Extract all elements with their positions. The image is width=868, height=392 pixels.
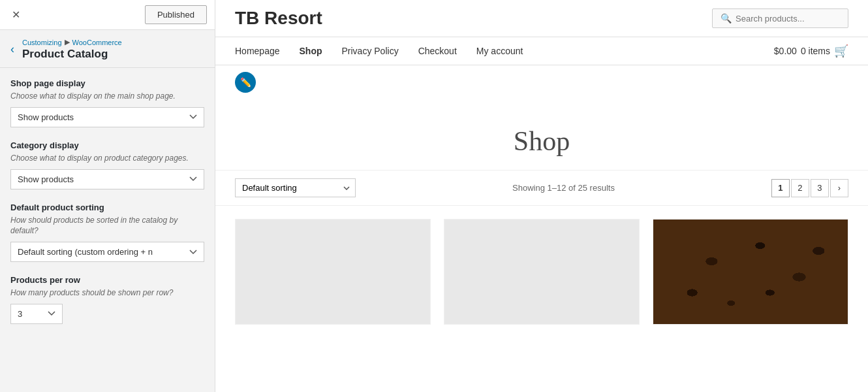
cart-icon: 🛒 <box>834 44 848 58</box>
nav-myaccount[interactable]: My account <box>476 46 523 56</box>
sorting-title: Default product sorting <box>10 203 204 212</box>
results-count: Showing 1–12 of 25 results <box>512 183 615 193</box>
page-3-button[interactable]: 3 <box>811 179 829 197</box>
breadcrumb-woocommerce[interactable]: WooCommerce <box>72 39 122 46</box>
breadcrumb-separator: ▶ <box>65 38 70 46</box>
nav-homepage[interactable]: Homepage <box>235 46 280 56</box>
pencil-edit-icon[interactable]: ✏️ <box>235 72 256 93</box>
search-input[interactable] <box>736 14 840 24</box>
shop-heading: Shop <box>235 125 848 157</box>
page-title: Product Catalog <box>22 48 122 61</box>
shop-display-desc: Choose what to display on the main shop … <box>10 91 204 102</box>
products-per-row-title: Products per row <box>10 275 204 285</box>
breadcrumb-customizing[interactable]: Customizing <box>22 39 62 46</box>
breadcrumb-text: Customizing ▶ WooCommerce Product Catalo… <box>22 38 122 61</box>
category-display-select[interactable]: Show products Show subcategories Show su… <box>10 169 204 189</box>
page-1-button[interactable]: 1 <box>771 179 790 197</box>
product-image-placeholder <box>444 220 639 324</box>
search-bar[interactable]: 🔍 <box>712 8 848 28</box>
products-per-row-desc: How many products should be shown per ro… <box>10 287 204 299</box>
products-grid <box>215 206 868 338</box>
panel-content: Shop page display Choose what to display… <box>0 68 215 392</box>
pagination-next-button[interactable]: › <box>830 179 848 197</box>
close-button[interactable]: ✕ <box>8 6 24 24</box>
breadcrumb-area: ‹ Customizing ▶ WooCommerce Product Cata… <box>0 30 215 68</box>
published-button[interactable]: Published <box>145 5 207 24</box>
preview-area: TB Resort 🔍 Homepage Shop Privacy Policy… <box>215 0 868 392</box>
back-button[interactable]: ‹ <box>10 42 14 56</box>
shop-display-select[interactable]: Show products Show categories Show categ… <box>10 107 204 127</box>
top-bar: ✕ Published <box>0 0 215 30</box>
site-title: TB Resort <box>235 8 322 29</box>
nav-checkout[interactable]: Checkout <box>418 46 457 56</box>
customizer-panel: ✕ Published ‹ Customizing ▶ WooCommerce … <box>0 0 215 392</box>
preview-header: TB Resort 🔍 <box>215 0 868 37</box>
product-card[interactable] <box>235 219 431 325</box>
shop-display-title: Shop page display <box>10 78 204 88</box>
shop-heading-area: Shop <box>215 99 868 170</box>
cart-area[interactable]: $0.00 0 items 🛒 <box>774 44 848 58</box>
sorting-section: Default product sorting How should produ… <box>10 203 204 263</box>
products-per-row-input[interactable] <box>10 304 63 324</box>
search-icon: 🔍 <box>721 13 732 24</box>
cart-count: 0 items <box>801 46 830 56</box>
breadcrumb: Customizing ▶ WooCommerce <box>22 38 122 46</box>
edit-icon-btn: ✏️ <box>215 65 868 99</box>
nav-shop[interactable]: Shop <box>300 46 322 56</box>
category-display-section: Category display Choose what to display … <box>10 140 204 189</box>
sorting-select-panel[interactable]: Default sorting (custom ordering + n Pop… <box>10 242 204 262</box>
preview-nav: Homepage Shop Privacy Policy Checkout My… <box>215 37 868 65</box>
product-image-placeholder <box>236 220 430 324</box>
nav-links: Homepage Shop Privacy Policy Checkout My… <box>235 46 523 56</box>
product-image-coffee <box>653 220 848 324</box>
cart-amount: $0.00 <box>774 46 797 56</box>
shop-display-section: Shop page display Choose what to display… <box>10 78 204 127</box>
category-display-desc: Choose what to display on product catego… <box>10 153 204 164</box>
nav-privacy[interactable]: Privacy Policy <box>342 46 399 56</box>
category-display-title: Category display <box>10 140 204 150</box>
page-2-button[interactable]: 2 <box>791 179 809 197</box>
sorting-dropdown[interactable]: Default sorting Popularity Average ratin… <box>235 178 356 197</box>
product-card-coffee[interactable] <box>653 219 848 325</box>
sorting-desc: How should products be sorted in the cat… <box>10 215 204 237</box>
shop-controls: Default sorting Popularity Average ratin… <box>215 170 868 206</box>
pagination: 1 2 3 › <box>771 179 848 197</box>
product-card[interactable] <box>444 219 640 325</box>
products-per-row-section: Products per row How many products shoul… <box>10 275 204 324</box>
